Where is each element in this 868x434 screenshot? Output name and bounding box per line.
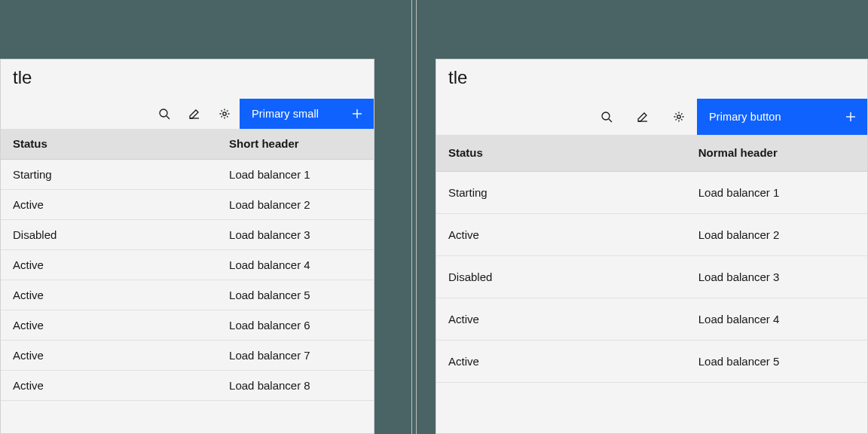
column-header-status[interactable]: Status bbox=[436, 135, 686, 171]
column-header-name[interactable]: Short header bbox=[217, 129, 374, 159]
cell-status: Active bbox=[1, 189, 217, 219]
cell-name: Load balancer 4 bbox=[686, 298, 867, 340]
edit-icon[interactable] bbox=[625, 99, 661, 135]
svg-point-3 bbox=[223, 112, 226, 115]
cell-name: Load balancer 1 bbox=[217, 159, 374, 189]
cell-name: Load balancer 2 bbox=[686, 213, 867, 255]
svg-point-6 bbox=[602, 112, 610, 120]
cell-name: Load balancer 7 bbox=[217, 340, 374, 370]
table-row[interactable]: ActiveLoad balancer 7 bbox=[1, 340, 374, 370]
column-header-name[interactable]: Normal header bbox=[686, 135, 867, 171]
cell-name: Load balancer 4 bbox=[217, 249, 374, 280]
cell-status: Active bbox=[1, 310, 217, 340]
table-row[interactable]: ActiveLoad balancer 4 bbox=[1, 249, 374, 280]
cell-status: Active bbox=[436, 340, 686, 382]
page-title: tle bbox=[436, 60, 867, 99]
table-row[interactable]: ActiveLoad balancer 5 bbox=[436, 340, 867, 382]
settings-icon[interactable] bbox=[209, 99, 240, 129]
primary-button-label: Primary small bbox=[252, 108, 319, 120]
table-toolbar: Primary button bbox=[436, 99, 867, 135]
table-row[interactable]: DisabledLoad balancer 3 bbox=[1, 219, 374, 249]
table-row[interactable]: ActiveLoad balancer 4 bbox=[436, 298, 867, 340]
svg-point-0 bbox=[160, 109, 167, 117]
cell-name: Load balancer 3 bbox=[686, 255, 867, 298]
cell-name: Load balancer 8 bbox=[217, 370, 374, 400]
table-row[interactable]: ActiveLoad balancer 2 bbox=[436, 213, 867, 255]
cell-status: Active bbox=[1, 280, 217, 310]
cell-status: Active bbox=[1, 340, 217, 370]
page-title: tle bbox=[1, 60, 374, 99]
svg-line-7 bbox=[609, 119, 612, 122]
edit-icon[interactable] bbox=[179, 99, 209, 129]
divider bbox=[411, 0, 412, 434]
cell-status: Active bbox=[436, 298, 686, 340]
search-icon[interactable] bbox=[149, 99, 179, 129]
cell-status: Starting bbox=[1, 159, 217, 189]
data-table-normal: Status Normal header StartingLoad balanc… bbox=[436, 135, 867, 383]
table-row[interactable]: StartingLoad balancer 1 bbox=[1, 159, 374, 189]
table-row[interactable]: ActiveLoad balancer 5 bbox=[1, 280, 374, 310]
cell-status: Disabled bbox=[1, 219, 217, 249]
table-toolbar: Primary small bbox=[1, 99, 374, 129]
cell-name: Load balancer 5 bbox=[217, 280, 374, 310]
cell-name: Load balancer 5 bbox=[686, 340, 867, 382]
cell-status: Disabled bbox=[436, 255, 686, 298]
plus-icon bbox=[351, 108, 363, 120]
table-row[interactable]: ActiveLoad balancer 2 bbox=[1, 189, 374, 219]
data-table-small: Status Short header StartingLoad balance… bbox=[1, 129, 374, 401]
table-row[interactable]: ActiveLoad balancer 6 bbox=[1, 310, 374, 340]
primary-button-label: Primary button bbox=[709, 111, 781, 123]
divider bbox=[416, 0, 417, 434]
cell-name: Load balancer 3 bbox=[217, 219, 374, 249]
cell-status: Starting bbox=[436, 171, 686, 213]
primary-button[interactable]: Primary button bbox=[697, 99, 867, 135]
cell-name: Load balancer 6 bbox=[217, 310, 374, 340]
table-row[interactable]: StartingLoad balancer 1 bbox=[436, 171, 867, 213]
cell-name: Load balancer 1 bbox=[686, 171, 867, 213]
panel-small: tle Primary small bbox=[0, 59, 374, 434]
cell-status: Active bbox=[1, 370, 217, 400]
svg-line-1 bbox=[167, 116, 170, 119]
primary-button[interactable]: Primary small bbox=[240, 99, 374, 129]
column-header-status[interactable]: Status bbox=[1, 129, 217, 159]
table-row[interactable]: ActiveLoad balancer 8 bbox=[1, 370, 374, 400]
plus-icon bbox=[845, 111, 857, 123]
table-row[interactable]: DisabledLoad balancer 3 bbox=[436, 255, 867, 298]
cell-name: Load balancer 2 bbox=[217, 189, 374, 219]
cell-status: Active bbox=[1, 249, 217, 280]
svg-point-9 bbox=[677, 115, 680, 118]
search-icon[interactable] bbox=[588, 99, 625, 135]
panel-normal: tle Primary button bbox=[436, 59, 868, 434]
settings-icon[interactable] bbox=[661, 99, 697, 135]
cell-status: Active bbox=[436, 213, 686, 255]
